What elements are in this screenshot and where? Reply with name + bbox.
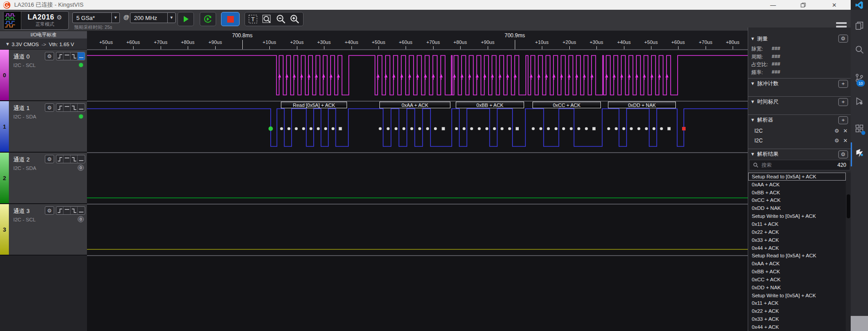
trigger-fall-button[interactable] bbox=[71, 207, 78, 214]
result-row[interactable]: 0x22 + ACK bbox=[748, 228, 846, 236]
section-measure[interactable]: ▼测量 ⚙ bbox=[748, 33, 851, 44]
search-icon[interactable] bbox=[854, 44, 865, 55]
section-decoder[interactable]: ▼解析器 ＋ bbox=[748, 114, 851, 125]
section-time-ruler[interactable]: ▼时间标尺 ＋ bbox=[748, 96, 851, 107]
trigger-low-button[interactable] bbox=[78, 155, 85, 163]
result-row[interactable]: 0x11 + ACK bbox=[748, 299, 846, 307]
device-waveform-icon bbox=[4, 12, 21, 29]
trigger-rise-button[interactable] bbox=[56, 52, 63, 60]
trigger-high-button[interactable] bbox=[63, 155, 71, 163]
trigger-fall-button[interactable] bbox=[71, 52, 78, 60]
ruler-tick bbox=[460, 46, 461, 50]
close-button[interactable]: ✕ bbox=[825, 0, 844, 10]
decoder-add-button[interactable]: ＋ bbox=[838, 116, 848, 124]
ruler-tick bbox=[324, 46, 324, 50]
sample-rate-select[interactable]: 5 GSa* ▼ bbox=[72, 12, 120, 23]
result-row[interactable]: 0x11 + ACK bbox=[748, 220, 846, 228]
result-row[interactable]: 0xAA + ACK bbox=[748, 260, 846, 268]
trigger-rise-button[interactable] bbox=[56, 155, 63, 163]
active-extension-icon[interactable] bbox=[854, 147, 865, 159]
ruler-tick-label: +20us bbox=[563, 39, 576, 45]
result-row[interactable]: 0xCC + ACK bbox=[748, 197, 846, 205]
bandwidth-select[interactable]: 200 MHz ▼ bbox=[130, 12, 176, 23]
taskbar-fragment bbox=[851, 316, 868, 331]
panel-empty-area bbox=[0, 256, 87, 331]
decoder-settings-icon[interactable]: ⚙ bbox=[834, 138, 839, 144]
device-mode: 正常模式 bbox=[36, 21, 54, 28]
result-row[interactable]: Setup Read to [0x5A] + ACK bbox=[748, 252, 846, 260]
trigger-fall-button[interactable] bbox=[71, 104, 78, 111]
ruler-tick bbox=[433, 46, 434, 50]
result-row[interactable]: Setup Write to [0x5A] + ACK bbox=[748, 292, 846, 299]
result-row[interactable]: 0x33 + ACK bbox=[748, 236, 846, 244]
result-row[interactable]: 0xBB + ACK bbox=[748, 189, 846, 197]
result-row[interactable]: 0xCC + ACK bbox=[748, 276, 846, 284]
minimize-button[interactable]: — bbox=[763, 0, 783, 10]
result-row[interactable]: Setup Write to [0x5A] + ACK bbox=[748, 212, 846, 220]
trigger-high-button[interactable] bbox=[63, 52, 71, 60]
trigger-type-group bbox=[56, 206, 85, 215]
measure-settings-button[interactable]: ⚙ bbox=[838, 35, 848, 43]
ruler-tick-label: +70us bbox=[699, 39, 712, 45]
bandwidth-dropdown-icon[interactable]: ▼ bbox=[167, 13, 175, 23]
trigger-type-group bbox=[56, 155, 85, 163]
ruler-tick bbox=[188, 46, 188, 50]
device-selector[interactable]: LA2016 ⚙ 正常模式 bbox=[3, 11, 69, 30]
measure-field-value: ### bbox=[772, 61, 780, 67]
trigger-low-button[interactable] bbox=[78, 104, 85, 111]
zoom-in-icon[interactable] bbox=[289, 14, 300, 24]
channel-settings-button[interactable]: ⚙ bbox=[45, 52, 54, 60]
pulse-count-add-button[interactable]: ＋ bbox=[838, 80, 848, 88]
result-row[interactable]: Setup Read to [0x5A] + ACK bbox=[748, 173, 846, 181]
decoder-remove-icon[interactable]: ✕ bbox=[843, 128, 848, 134]
results-search-input[interactable]: 搜索 420 bbox=[749, 160, 850, 170]
decoded-byte-label: 0xBB + ACK bbox=[456, 102, 524, 108]
result-row[interactable]: 0xDD + NAK bbox=[748, 204, 846, 212]
result-row[interactable]: 0xAA + ACK bbox=[748, 181, 846, 189]
result-row[interactable]: 0x44 + ACK bbox=[748, 323, 846, 331]
activity-bar: 10 bbox=[851, 0, 868, 331]
zoom-out-icon[interactable] bbox=[276, 14, 286, 24]
ruler-tick bbox=[624, 46, 624, 50]
decoder-remove-icon[interactable]: ✕ bbox=[843, 138, 848, 144]
trigger-high-button[interactable] bbox=[63, 207, 71, 214]
section-results[interactable]: ▼解析结果 ⚙ bbox=[748, 149, 851, 159]
maximize-button[interactable] bbox=[793, 0, 813, 10]
trigger-rise-button[interactable] bbox=[56, 104, 63, 111]
stop-button[interactable] bbox=[221, 12, 240, 26]
decoder-item[interactable]: I2C⚙✕ bbox=[748, 136, 851, 146]
time-ruler-add-button[interactable]: ＋ bbox=[838, 98, 848, 106]
device-settings-icon[interactable]: ⚙ bbox=[56, 14, 62, 21]
decoder-settings-icon[interactable]: ⚙ bbox=[834, 128, 839, 134]
zoom-area-tool-icon[interactable] bbox=[262, 14, 272, 24]
decoder-item[interactable]: I2C⚙✕ bbox=[748, 126, 851, 136]
sample-rate-dropdown-icon[interactable]: ▼ bbox=[111, 13, 119, 23]
text-select-tool-icon[interactable]: T bbox=[248, 14, 259, 24]
result-row[interactable]: 0x44 + ACK bbox=[748, 244, 846, 252]
channel-settings-button[interactable]: ⚙ bbox=[45, 155, 54, 163]
run-debug-icon[interactable] bbox=[854, 95, 865, 107]
scrollbar-thumb[interactable] bbox=[847, 194, 850, 218]
channel-signal-label: I2C - SCL bbox=[13, 217, 36, 222]
result-row[interactable]: 0x22 + ACK bbox=[748, 307, 846, 315]
explorer-icon[interactable] bbox=[854, 20, 865, 32]
time-ruler[interactable]: +50us+60us+70us+80us+90us700.8ms+10us+20… bbox=[87, 31, 748, 50]
trigger-fall-button[interactable] bbox=[71, 155, 78, 163]
result-row[interactable]: 0xBB + ACK bbox=[748, 268, 846, 276]
svg-text:T: T bbox=[251, 16, 255, 23]
results-settings-button[interactable]: ⚙ bbox=[838, 150, 848, 158]
result-row[interactable]: 0x33 + ACK bbox=[748, 315, 846, 323]
channel-settings-button[interactable]: ⚙ bbox=[45, 103, 54, 112]
io-standard-selector[interactable]: ▼ 3.3V CMOS -> Vth: 1.65 V bbox=[0, 39, 87, 50]
ruler-tick-label: +30us bbox=[590, 39, 603, 45]
section-pulse-count[interactable]: ▼脉冲计数 ＋ bbox=[748, 78, 851, 89]
trigger-low-button[interactable] bbox=[78, 207, 85, 214]
vscode-logo-icon[interactable] bbox=[851, 0, 868, 10]
channel-settings-button[interactable]: ⚙ bbox=[45, 206, 54, 215]
run-button[interactable] bbox=[178, 12, 194, 26]
trigger-rise-button[interactable] bbox=[56, 207, 63, 214]
repeat-run-button[interactable] bbox=[200, 12, 216, 26]
trigger-high-button[interactable] bbox=[63, 104, 71, 111]
result-row[interactable]: 0xDD + NAK bbox=[748, 284, 846, 292]
trigger-low-button[interactable] bbox=[78, 52, 85, 60]
